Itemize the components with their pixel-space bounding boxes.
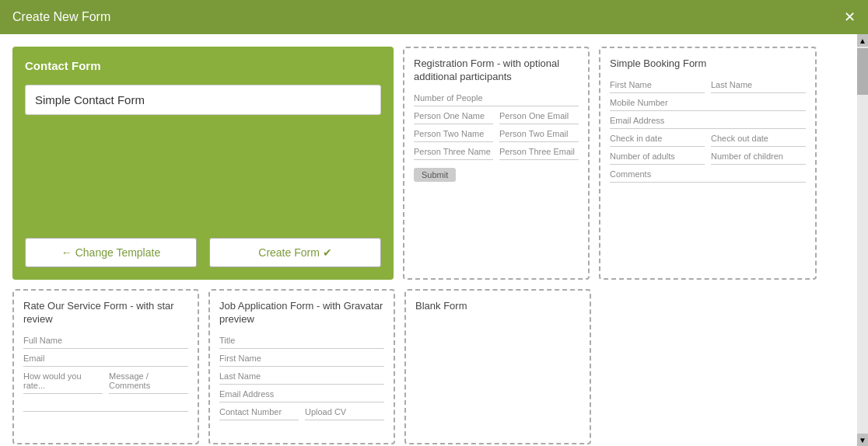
template-submit-button: Submit bbox=[414, 168, 456, 182]
template-field: How would you rate... bbox=[23, 371, 103, 394]
template-field: Number of adults bbox=[610, 152, 705, 165]
template-field-row: Person Two Name Person Two Email bbox=[414, 129, 579, 142]
template-field: Person One Email bbox=[499, 111, 579, 124]
modal-create-form: Create New Form ✕ Contact Form ← Change … bbox=[0, 0, 868, 446]
template-field-row: First Name Last Name bbox=[610, 80, 806, 93]
template-field: Person Three Name bbox=[414, 147, 493, 160]
template-field: Email Address bbox=[219, 389, 384, 402]
template-field: First Name bbox=[219, 354, 384, 367]
modal-close-button[interactable]: ✕ bbox=[844, 10, 856, 24]
scrollbar-track: ▲ ▼ bbox=[857, 34, 868, 446]
create-form-button[interactable]: Create Form ✔ bbox=[209, 238, 381, 267]
template-field: Person Three Email bbox=[499, 147, 579, 160]
template-field: Number of children bbox=[711, 152, 806, 165]
template-card-job[interactable]: Job Application Form - with Gravatar pre… bbox=[208, 289, 395, 444]
template-field: Upload CV bbox=[305, 407, 384, 420]
template-field: Mobile Number bbox=[610, 98, 806, 111]
active-contact-form-card: Contact Form ← Change Template Create Fo… bbox=[12, 47, 394, 280]
template-field: Contact Number bbox=[219, 407, 299, 420]
template-field: Person Two Email bbox=[499, 129, 579, 142]
template-title-registration: Registration Form - with optional additi… bbox=[414, 57, 579, 84]
template-card-registration[interactable]: Registration Form - with optional additi… bbox=[403, 47, 590, 280]
template-field-row: Person One Name Person One Email bbox=[414, 111, 579, 124]
template-field-row: Number of adults Number of children bbox=[610, 152, 806, 165]
template-title-blank: Blank Form bbox=[415, 300, 580, 313]
template-field: Number of People bbox=[414, 93, 579, 106]
template-field: Last Name bbox=[711, 80, 806, 93]
template-title-rate: Rate Our Service Form - with star review bbox=[23, 300, 188, 326]
active-card-title: Contact Form bbox=[25, 59, 381, 72]
template-field: Check out date bbox=[711, 134, 806, 147]
change-template-button[interactable]: ← Change Template bbox=[25, 238, 197, 267]
active-card-buttons: ← Change Template Create Form ✔ bbox=[25, 238, 381, 267]
template-title-job: Job Application Form - with Gravatar pre… bbox=[219, 300, 384, 326]
scrollbar-down-button[interactable]: ▼ bbox=[857, 434, 868, 446]
form-name-input[interactable] bbox=[25, 85, 381, 115]
scrollbar-thumb[interactable] bbox=[857, 48, 868, 95]
template-field: Check in date bbox=[610, 134, 705, 147]
template-field: Person One Name bbox=[414, 111, 493, 124]
template-field: Title bbox=[219, 336, 384, 349]
template-field-row: Contact Number Upload CV bbox=[219, 407, 384, 420]
modal-header: Create New Form ✕ bbox=[0, 0, 868, 34]
template-field bbox=[23, 399, 188, 412]
template-field: First Name bbox=[610, 80, 705, 93]
scrollbar-up-button[interactable]: ▲ bbox=[857, 34, 868, 47]
template-field-row: How would you rate... Message / Comments bbox=[23, 371, 188, 394]
template-field-row: Person Three Name Person Three Email bbox=[414, 147, 579, 160]
template-card-blank[interactable]: Blank Form bbox=[404, 289, 591, 444]
modal-title: Create New Form bbox=[12, 10, 110, 24]
template-field: Last Name bbox=[219, 371, 384, 385]
template-field: Email Address bbox=[610, 116, 806, 129]
template-field: Message / Comments bbox=[109, 371, 188, 394]
template-field: Email bbox=[23, 354, 188, 367]
template-title-booking: Simple Booking Form bbox=[610, 57, 806, 71]
template-card-booking[interactable]: Simple Booking Form First Name Last Name… bbox=[599, 47, 817, 280]
template-card-rate[interactable]: Rate Our Service Form - with star review… bbox=[12, 289, 199, 444]
modal-body: Contact Form ← Change Template Create Fo… bbox=[0, 34, 868, 446]
template-field-row: Check in date Check out date bbox=[610, 134, 806, 147]
template-field: Person Two Name bbox=[414, 129, 493, 142]
template-field: Full Name bbox=[23, 336, 188, 349]
template-field: Comments bbox=[610, 169, 806, 183]
